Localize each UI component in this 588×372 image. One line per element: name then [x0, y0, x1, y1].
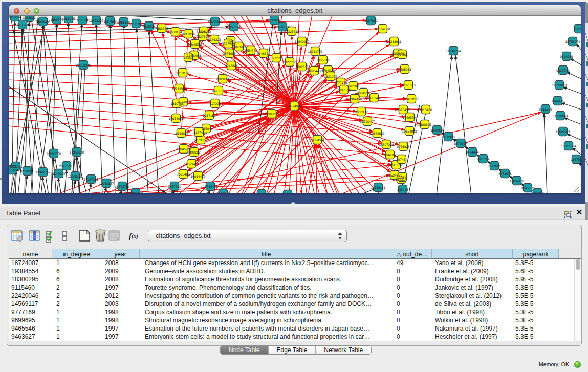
svg-text:6879197: 6879197 — [454, 142, 467, 146]
svg-text:1145194: 1145194 — [53, 172, 66, 176]
svg-text:2367608: 2367608 — [232, 46, 246, 49]
svg-text:16648784: 16648784 — [446, 50, 461, 53]
svg-text:9227343: 9227343 — [556, 69, 570, 73]
svg-text:10807487: 10807487 — [367, 97, 382, 100]
svg-text:7625402: 7625402 — [177, 173, 190, 177]
svg-text:7515526: 7515526 — [142, 25, 156, 29]
svg-text:10688609: 10688609 — [370, 132, 385, 136]
svg-text:11325419: 11325419 — [285, 30, 299, 34]
svg-text:16210643: 16210643 — [553, 115, 568, 118]
svg-text:116753: 116753 — [571, 158, 581, 162]
svg-text:9242848: 9242848 — [225, 64, 238, 68]
svg-text:53594: 53594 — [202, 127, 211, 131]
svg-text:2718176: 2718176 — [176, 72, 189, 75]
svg-text:18300295: 18300295 — [265, 113, 279, 116]
svg-text:5878357: 5878357 — [194, 139, 207, 142]
svg-text:8912954: 8912954 — [182, 33, 195, 36]
svg-text:1621072: 1621072 — [324, 75, 337, 79]
svg-text:8186323: 8186323 — [208, 38, 221, 42]
svg-text:146206: 146206 — [347, 85, 359, 89]
svg-text:1663774: 1663774 — [50, 18, 63, 22]
svg-text:7632621: 7632621 — [488, 165, 501, 168]
svg-text:10671355: 10671355 — [129, 23, 144, 26]
svg-text:16033809: 16033809 — [208, 20, 223, 24]
svg-text:12213961: 12213961 — [387, 40, 402, 44]
svg-text:417008: 417008 — [209, 102, 221, 106]
svg-text:3915184: 3915184 — [9, 169, 18, 172]
svg-text:20364436: 20364436 — [347, 98, 362, 101]
svg-text:2803144: 2803144 — [216, 78, 229, 81]
svg-text:7485063: 7485063 — [398, 68, 411, 72]
svg-text:19463627: 19463627 — [404, 98, 419, 101]
svg-text:1527602: 1527602 — [103, 20, 117, 24]
svg-text:3824554: 3824554 — [357, 92, 370, 95]
svg-text:9327508: 9327508 — [196, 35, 209, 39]
svg-text:23975867: 23975867 — [59, 165, 74, 168]
svg-text:10553287: 10553287 — [89, 19, 104, 23]
svg-text:9254: 9254 — [399, 176, 406, 180]
svg-text:7663822: 7663822 — [155, 27, 168, 31]
svg-text:16154808: 16154808 — [376, 28, 390, 31]
svg-text:1963815: 1963815 — [62, 17, 75, 21]
svg-text:2087682: 2087682 — [364, 19, 378, 23]
svg-text:20691406: 20691406 — [36, 20, 51, 24]
svg-text:1640954: 1640954 — [430, 129, 444, 133]
svg-text:3267150: 3267150 — [203, 114, 216, 118]
svg-text:1202346: 1202346 — [216, 192, 230, 193]
svg-text:8454749: 8454749 — [244, 49, 257, 53]
svg-text:19384554: 19384554 — [310, 139, 325, 142]
svg-text:8813054: 8813054 — [268, 19, 281, 23]
svg-text:15720407: 15720407 — [360, 120, 375, 124]
svg-text:8498222: 8498222 — [187, 151, 201, 155]
svg-text:9245653: 9245653 — [531, 192, 544, 193]
svg-text:16961758: 16961758 — [308, 50, 323, 54]
svg-text:16099489: 16099489 — [184, 163, 199, 166]
svg-text:16637741: 16637741 — [75, 19, 90, 23]
svg-text:16914479: 16914479 — [191, 175, 206, 179]
svg-text:19654923: 19654923 — [402, 130, 417, 134]
svg-text:19218506: 19218506 — [275, 26, 290, 29]
svg-text:10654112: 10654112 — [510, 180, 525, 183]
svg-text:15716485: 15716485 — [203, 185, 218, 189]
svg-text:233426: 233426 — [397, 188, 408, 192]
svg-text:8990448: 8990448 — [308, 70, 321, 73]
svg-text:13640910: 13640910 — [295, 40, 310, 44]
svg-text:9857791: 9857791 — [168, 185, 181, 189]
svg-text:12505135: 12505135 — [68, 175, 83, 179]
svg-text:9084067: 9084067 — [383, 154, 397, 157]
svg-text:9329966: 9329966 — [560, 55, 573, 59]
svg-text:15700: 15700 — [179, 101, 188, 104]
svg-text:17016504: 17016504 — [561, 145, 576, 148]
svg-text:1935001: 1935001 — [9, 165, 23, 169]
svg-text:8215958: 8215958 — [539, 108, 552, 112]
svg-text:98901: 98901 — [184, 56, 193, 60]
svg-text:14055713: 14055713 — [15, 24, 30, 27]
svg-text:(x): (x) — [132, 233, 138, 239]
svg-text:9245093: 9245093 — [255, 193, 268, 193]
svg-text:6794028: 6794028 — [321, 69, 335, 73]
svg-text:15495794: 15495794 — [403, 116, 418, 120]
svg-text:15692971: 15692971 — [556, 130, 571, 134]
svg-text:14136141: 14136141 — [371, 186, 386, 190]
svg-text:8322037: 8322037 — [283, 61, 296, 64]
svg-text:9699695: 9699695 — [418, 123, 431, 127]
svg-text:7357224: 7357224 — [227, 26, 241, 29]
svg-text:12342757: 12342757 — [36, 171, 51, 174]
svg-text:111753: 111753 — [574, 28, 581, 31]
svg-text:19166827: 19166827 — [174, 132, 189, 136]
svg-text:12093873: 12093873 — [552, 84, 567, 87]
svg-text:9146821: 9146821 — [257, 52, 270, 56]
svg-text:83226058: 83226058 — [197, 30, 211, 34]
svg-text:9245652: 9245652 — [521, 187, 534, 190]
svg-text:17359928: 17359928 — [70, 151, 84, 155]
svg-text:9474444: 9474444 — [466, 151, 479, 155]
svg-text:1244415: 1244415 — [551, 100, 564, 103]
svg-text:9115460: 9115460 — [420, 108, 432, 112]
svg-text:17957225: 17957225 — [84, 178, 99, 182]
svg-text:9756928: 9756928 — [397, 145, 410, 149]
svg-text:20053346: 20053346 — [76, 64, 91, 68]
svg-text:19958187: 19958187 — [99, 182, 114, 186]
svg-text:8427552: 8427552 — [212, 90, 225, 93]
svg-text:3675685: 3675685 — [223, 52, 236, 56]
svg-text:1362615: 1362615 — [295, 65, 309, 69]
